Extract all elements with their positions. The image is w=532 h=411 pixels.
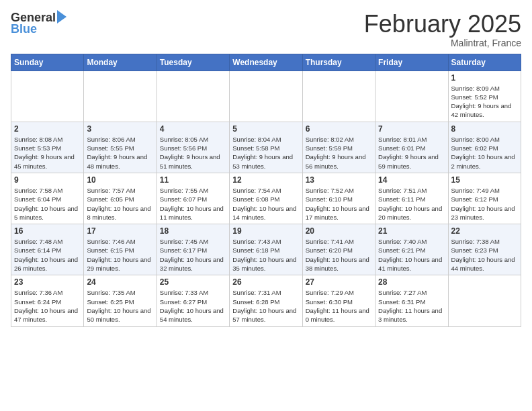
- weekday-header-monday: Monday: [84, 54, 157, 71]
- day-number: 1: [451, 73, 518, 83]
- calendar-cell: 13Sunrise: 7:52 AM Sunset: 6:10 PM Dayli…: [302, 173, 375, 224]
- day-number: 27: [306, 277, 372, 287]
- day-info: Sunrise: 7:36 AM Sunset: 6:24 PM Dayligh…: [14, 288, 81, 324]
- calendar-cell: 27Sunrise: 7:29 AM Sunset: 6:30 PM Dayli…: [302, 275, 375, 326]
- day-info: Sunrise: 7:46 AM Sunset: 6:15 PM Dayligh…: [87, 237, 153, 273]
- weekday-header-saturday: Saturday: [448, 54, 521, 71]
- day-info: Sunrise: 7:38 AM Sunset: 6:23 PM Dayligh…: [451, 237, 518, 273]
- day-number: 24: [87, 277, 153, 287]
- day-number: 26: [232, 277, 299, 287]
- day-number: 17: [87, 226, 153, 236]
- day-info: Sunrise: 7:35 AM Sunset: 6:25 PM Dayligh…: [87, 288, 153, 324]
- day-info: Sunrise: 7:40 AM Sunset: 6:21 PM Dayligh…: [378, 237, 445, 273]
- calendar-cell: 11Sunrise: 7:55 AM Sunset: 6:07 PM Dayli…: [157, 173, 229, 224]
- day-number: 2: [14, 124, 81, 134]
- weekday-header-thursday: Thursday: [302, 54, 375, 71]
- day-number: 22: [451, 226, 518, 236]
- day-number: 8: [451, 124, 518, 134]
- day-info: Sunrise: 7:52 AM Sunset: 6:10 PM Dayligh…: [306, 186, 372, 222]
- day-info: Sunrise: 7:31 AM Sunset: 6:28 PM Dayligh…: [232, 288, 299, 324]
- calendar-header: SundayMondayTuesdayWednesdayThursdayFrid…: [11, 54, 521, 71]
- day-info: Sunrise: 7:54 AM Sunset: 6:08 PM Dayligh…: [232, 186, 299, 222]
- day-info: Sunrise: 8:08 AM Sunset: 5:53 PM Dayligh…: [14, 135, 81, 171]
- calendar-week-row: 2Sunrise: 8:08 AM Sunset: 5:53 PM Daylig…: [11, 122, 521, 173]
- logo: General Blue: [11, 11, 66, 36]
- weekday-header-wednesday: Wednesday: [230, 54, 302, 71]
- day-info: Sunrise: 8:02 AM Sunset: 5:59 PM Dayligh…: [306, 135, 372, 171]
- calendar-cell: 15Sunrise: 7:49 AM Sunset: 6:12 PM Dayli…: [448, 173, 521, 224]
- logo-blue-text: Blue: [11, 22, 37, 36]
- day-number: 7: [378, 124, 445, 134]
- day-info: Sunrise: 8:09 AM Sunset: 5:52 PM Dayligh…: [451, 84, 518, 120]
- calendar-week-row: 23Sunrise: 7:36 AM Sunset: 6:24 PM Dayli…: [11, 275, 521, 326]
- calendar-cell: [11, 71, 84, 122]
- day-info: Sunrise: 7:58 AM Sunset: 6:04 PM Dayligh…: [14, 186, 81, 222]
- calendar-cell: 1Sunrise: 8:09 AM Sunset: 5:52 PM Daylig…: [448, 71, 521, 122]
- calendar-cell: 5Sunrise: 8:04 AM Sunset: 5:58 PM Daylig…: [230, 122, 302, 173]
- day-info: Sunrise: 8:00 AM Sunset: 6:02 PM Dayligh…: [451, 135, 518, 171]
- weekday-header-friday: Friday: [375, 54, 448, 71]
- day-number: 6: [306, 124, 372, 134]
- day-info: Sunrise: 8:01 AM Sunset: 6:01 PM Dayligh…: [378, 135, 445, 171]
- day-number: 9: [14, 175, 81, 185]
- day-number: 25: [160, 277, 226, 287]
- day-number: 28: [378, 277, 445, 287]
- calendar-cell: 14Sunrise: 7:51 AM Sunset: 6:11 PM Dayli…: [375, 173, 448, 224]
- calendar-cell: 17Sunrise: 7:46 AM Sunset: 6:15 PM Dayli…: [84, 224, 157, 275]
- calendar-cell: 3Sunrise: 8:06 AM Sunset: 5:55 PM Daylig…: [84, 122, 157, 173]
- day-info: Sunrise: 7:27 AM Sunset: 6:31 PM Dayligh…: [378, 288, 445, 324]
- day-number: 11: [160, 175, 226, 185]
- calendar-body: 1Sunrise: 8:09 AM Sunset: 5:52 PM Daylig…: [11, 71, 521, 326]
- day-number: 23: [14, 277, 81, 287]
- calendar-cell: 2Sunrise: 8:08 AM Sunset: 5:53 PM Daylig…: [11, 122, 84, 173]
- calendar-cell: 21Sunrise: 7:40 AM Sunset: 6:21 PM Dayli…: [375, 224, 448, 275]
- weekday-header-row: SundayMondayTuesdayWednesdayThursdayFrid…: [11, 54, 521, 71]
- calendar-cell: 7Sunrise: 8:01 AM Sunset: 6:01 PM Daylig…: [375, 122, 448, 173]
- calendar-cell: 20Sunrise: 7:41 AM Sunset: 6:20 PM Dayli…: [302, 224, 375, 275]
- calendar-cell: [157, 71, 229, 122]
- weekday-header-sunday: Sunday: [11, 54, 84, 71]
- location-label: Malintrat, France: [364, 38, 521, 48]
- calendar-cell: 24Sunrise: 7:35 AM Sunset: 6:25 PM Dayli…: [84, 275, 157, 326]
- calendar-week-row: 16Sunrise: 7:48 AM Sunset: 6:14 PM Dayli…: [11, 224, 521, 275]
- day-number: 5: [232, 124, 299, 134]
- calendar-cell: 16Sunrise: 7:48 AM Sunset: 6:14 PM Dayli…: [11, 224, 84, 275]
- day-info: Sunrise: 7:55 AM Sunset: 6:07 PM Dayligh…: [160, 186, 226, 222]
- day-number: 20: [306, 226, 372, 236]
- calendar-cell: [448, 275, 521, 326]
- day-info: Sunrise: 7:45 AM Sunset: 6:17 PM Dayligh…: [160, 237, 226, 273]
- calendar-week-row: 1Sunrise: 8:09 AM Sunset: 5:52 PM Daylig…: [11, 71, 521, 122]
- day-info: Sunrise: 7:33 AM Sunset: 6:27 PM Dayligh…: [160, 288, 226, 324]
- day-number: 19: [232, 226, 299, 236]
- day-number: 10: [87, 175, 153, 185]
- calendar-cell: 22Sunrise: 7:38 AM Sunset: 6:23 PM Dayli…: [448, 224, 521, 275]
- calendar-cell: 10Sunrise: 7:57 AM Sunset: 6:05 PM Dayli…: [84, 173, 157, 224]
- calendar-cell: [375, 71, 448, 122]
- calendar-cell: 18Sunrise: 7:45 AM Sunset: 6:17 PM Dayli…: [157, 224, 229, 275]
- day-number: 16: [14, 226, 81, 236]
- day-number: 4: [160, 124, 226, 134]
- day-info: Sunrise: 7:29 AM Sunset: 6:30 PM Dayligh…: [306, 288, 372, 324]
- calendar-cell: 6Sunrise: 8:02 AM Sunset: 5:59 PM Daylig…: [302, 122, 375, 173]
- day-info: Sunrise: 7:43 AM Sunset: 6:18 PM Dayligh…: [232, 237, 299, 273]
- logo-arrow-icon: [57, 10, 66, 24]
- calendar-cell: 19Sunrise: 7:43 AM Sunset: 6:18 PM Dayli…: [230, 224, 302, 275]
- day-number: 15: [451, 175, 518, 185]
- day-number: 21: [378, 226, 445, 236]
- calendar-cell: 8Sunrise: 8:00 AM Sunset: 6:02 PM Daylig…: [448, 122, 521, 173]
- calendar-cell: 12Sunrise: 7:54 AM Sunset: 6:08 PM Dayli…: [230, 173, 302, 224]
- calendar-cell: [230, 71, 302, 122]
- day-info: Sunrise: 7:57 AM Sunset: 6:05 PM Dayligh…: [87, 186, 153, 222]
- day-info: Sunrise: 7:49 AM Sunset: 6:12 PM Dayligh…: [451, 186, 518, 222]
- calendar-cell: 23Sunrise: 7:36 AM Sunset: 6:24 PM Dayli…: [11, 275, 84, 326]
- day-number: 3: [87, 124, 153, 134]
- day-info: Sunrise: 8:06 AM Sunset: 5:55 PM Dayligh…: [87, 135, 153, 171]
- day-info: Sunrise: 7:51 AM Sunset: 6:11 PM Dayligh…: [378, 186, 445, 222]
- calendar-cell: [302, 71, 375, 122]
- calendar-cell: 26Sunrise: 7:31 AM Sunset: 6:28 PM Dayli…: [230, 275, 302, 326]
- day-info: Sunrise: 8:05 AM Sunset: 5:56 PM Dayligh…: [160, 135, 226, 171]
- calendar-cell: 28Sunrise: 7:27 AM Sunset: 6:31 PM Dayli…: [375, 275, 448, 326]
- calendar-cell: 9Sunrise: 7:58 AM Sunset: 6:04 PM Daylig…: [11, 173, 84, 224]
- calendar-cell: 4Sunrise: 8:05 AM Sunset: 5:56 PM Daylig…: [157, 122, 229, 173]
- day-info: Sunrise: 7:48 AM Sunset: 6:14 PM Dayligh…: [14, 237, 81, 273]
